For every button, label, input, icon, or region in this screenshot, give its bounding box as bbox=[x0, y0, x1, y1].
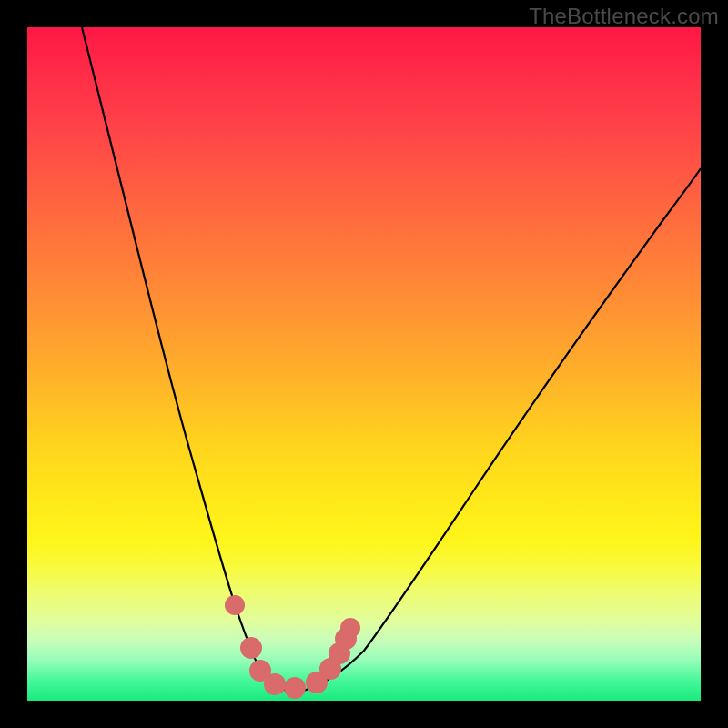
svg-point-3 bbox=[264, 673, 286, 695]
svg-point-4 bbox=[284, 677, 306, 699]
chart-svg bbox=[27, 27, 701, 701]
chart-frame: TheBottleneck.com bbox=[0, 0, 728, 728]
watermark-text: TheBottleneck.com bbox=[529, 4, 719, 29]
bottleneck-curve bbox=[82, 27, 701, 692]
svg-point-1 bbox=[240, 637, 262, 659]
svg-point-9 bbox=[340, 618, 360, 638]
valley-marker bbox=[225, 595, 360, 699]
plot-area bbox=[27, 27, 701, 701]
svg-point-0 bbox=[225, 595, 245, 615]
